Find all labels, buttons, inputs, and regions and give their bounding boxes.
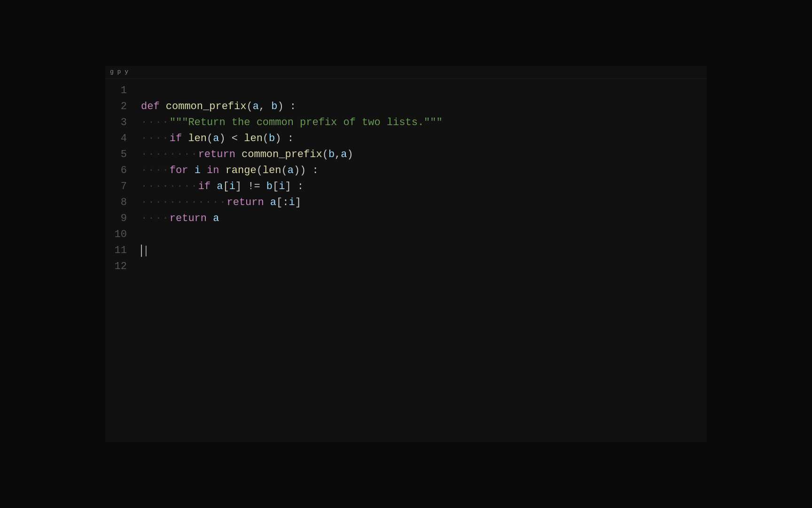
punct-4d: ) : — [275, 131, 294, 147]
var-b-7: b — [266, 179, 273, 195]
punct-6c: )) : — [294, 163, 319, 179]
code-content[interactable]: def common_prefix(a, b) : ····"""Return … — [139, 83, 707, 275]
builtin-len-4b: len — [244, 131, 263, 147]
line-num-3: 3 — [110, 115, 134, 131]
keyword-return-5: return — [198, 147, 242, 163]
indent-7: ········ — [141, 179, 198, 195]
keyword-if-7: if — [198, 179, 217, 195]
keyword-if-4: if — [170, 131, 188, 147]
code-line-11[interactable]: │ — [141, 243, 707, 259]
indent-3: ···· — [141, 115, 170, 131]
top-bar-text: g p y — [110, 67, 128, 77]
var-a-9: a — [213, 211, 219, 227]
keyword-in: in — [201, 163, 226, 179]
builtin-range: range — [226, 163, 257, 179]
code-line-8: ············return a[:i] — [141, 195, 707, 211]
punct-8a: [: — [276, 195, 289, 211]
line-num-9: 9 — [110, 211, 134, 227]
punct-6a: ( — [257, 163, 263, 179]
code-area[interactable]: 1 2 3 4 5 6 7 8 9 10 11 12 def common_pr… — [105, 79, 707, 275]
line-numbers: 1 2 3 4 5 6 7 8 9 10 11 12 — [105, 83, 139, 275]
builtin-len-6: len — [263, 163, 281, 179]
code-line-9: ····return a — [141, 211, 707, 227]
function-name: common_prefix — [166, 99, 247, 115]
punct-7b: ] — [235, 179, 248, 195]
var-a-7: a — [217, 179, 223, 195]
punct-7e: ] : — [285, 179, 304, 195]
code-line-2: def common_prefix(a, b) : — [141, 99, 707, 115]
editor-top-bar: g p y — [105, 66, 707, 79]
line-num-12: 12 — [110, 259, 134, 275]
builtin-len-4a: len — [188, 131, 207, 147]
keyword-def: def — [141, 99, 166, 115]
indent-9: ···· — [141, 211, 170, 227]
line-num-1: 1 — [110, 83, 134, 99]
indent-8: ············ — [141, 195, 226, 211]
punct-4a: ( — [207, 131, 213, 147]
indent-4: ···· — [141, 131, 170, 147]
indent-6: ···· — [141, 163, 170, 179]
var-a-6: a — [288, 163, 294, 179]
punct-close-paren-colon: ) : — [277, 99, 296, 115]
keyword-return-9: return — [170, 211, 213, 227]
var-i-8: i — [289, 195, 295, 211]
code-line-10 — [141, 227, 707, 243]
param-b: b — [271, 99, 277, 115]
line-num-7: 7 — [110, 179, 134, 195]
code-editor[interactable]: g p y 1 2 3 4 5 6 7 8 9 10 11 12 def com… — [105, 66, 707, 442]
punct-6b: ( — [281, 163, 287, 179]
fn-call-5: common_prefix — [242, 147, 322, 163]
punct-4c: ( — [263, 131, 269, 147]
var-i-7a: i — [229, 179, 235, 195]
var-b-4: b — [269, 131, 275, 147]
line-num-6: 6 — [110, 163, 134, 179]
var-a-8: a — [270, 195, 276, 211]
line-num-5: 5 — [110, 147, 134, 163]
indent-5: ········ — [141, 147, 198, 163]
var-b-5: b — [328, 147, 335, 163]
keyword-for: for — [170, 163, 195, 179]
punct-7c — [260, 179, 266, 195]
text-cursor — [141, 245, 142, 257]
punct-7d: [ — [273, 179, 279, 195]
var-i-6: i — [195, 163, 201, 179]
punct-7a: [ — [223, 179, 229, 195]
code-line-4: ····if len(a) < len(b) : — [141, 131, 707, 147]
code-line-7: ········if a[i] != b[i] : — [141, 179, 707, 195]
code-line-12 — [141, 259, 707, 275]
punct-5a: ( — [322, 147, 328, 163]
param-a: a — [253, 99, 259, 115]
code-line-6: ····for i in range(len(a)) : — [141, 163, 707, 179]
line-num-10: 10 — [110, 227, 134, 243]
op-neq: != — [248, 179, 260, 195]
code-line-3: ····"""Return the common prefix of two l… — [141, 115, 707, 131]
var-a-4: a — [213, 131, 219, 147]
docstring-text: """Return the common prefix of two lists… — [170, 115, 443, 131]
punct-4b: ) < — [219, 131, 244, 147]
code-line-5: ········return common_prefix(b,a) — [141, 147, 707, 163]
punct-8b: ] — [295, 195, 301, 211]
line-num-11: 11 — [110, 243, 134, 259]
punct-5c: ) — [347, 147, 353, 163]
punct-open-paren: ( — [246, 99, 252, 115]
punct-5b: , — [335, 147, 341, 163]
var-a-5: a — [341, 147, 347, 163]
var-i-7b: i — [279, 179, 285, 195]
line-num-2: 2 — [110, 99, 134, 115]
line-num-8: 8 — [110, 195, 134, 211]
mouse-cursor-icon: │ — [143, 244, 149, 258]
keyword-return-8: return — [226, 195, 270, 211]
punct-comma: , — [259, 99, 271, 115]
code-line-1 — [141, 83, 707, 99]
line-num-4: 4 — [110, 131, 134, 147]
